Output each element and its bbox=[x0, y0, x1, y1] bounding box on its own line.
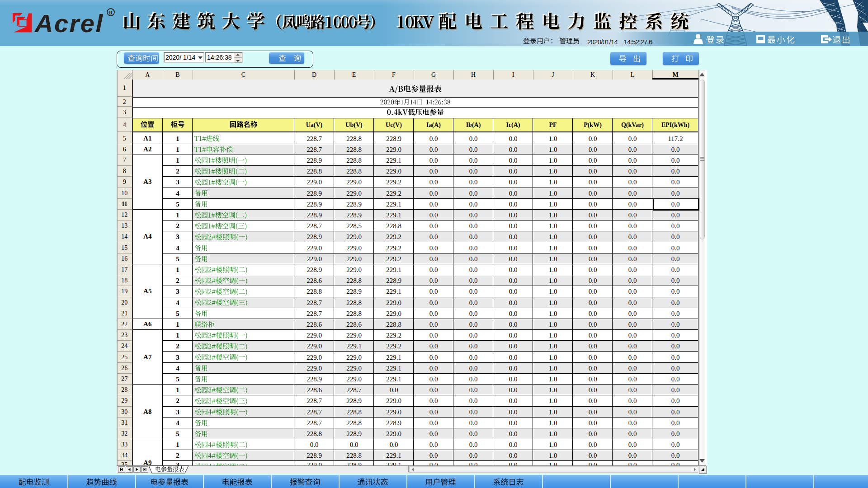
svg-text:Acrel: Acrel bbox=[34, 9, 103, 38]
svg-text:R: R bbox=[109, 9, 113, 16]
